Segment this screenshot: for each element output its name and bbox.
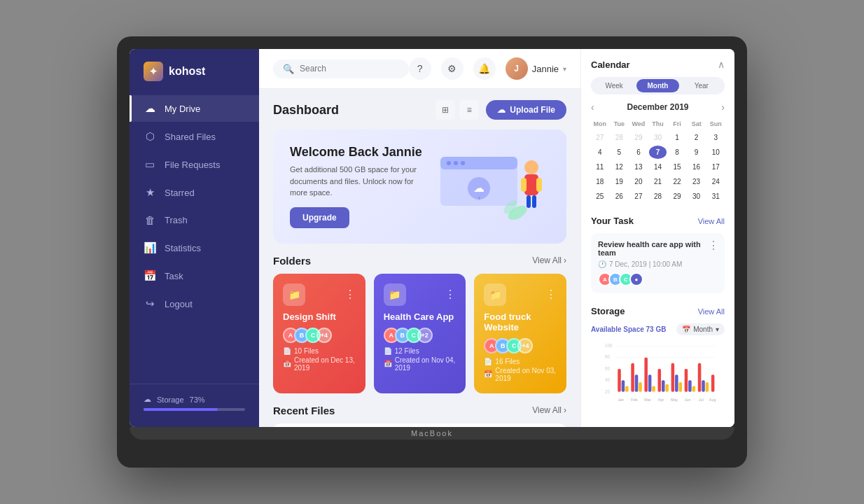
file-row-1[interactable]: PDF Design Thinking Process Only You Dec… (273, 424, 566, 428)
cal-day[interactable]: 8 (668, 146, 686, 159)
cal-day[interactable]: 3 (706, 131, 725, 144)
sidebar-item-label: Trash (165, 215, 188, 225)
cal-day[interactable]: 16 (688, 160, 706, 174)
cal-day[interactable]: 20 (629, 175, 648, 188)
task-menu-button[interactable]: ⋮ (708, 239, 719, 252)
cal-day[interactable]: 31 (706, 190, 725, 203)
svg-text:Jan: Jan (618, 398, 624, 402)
cal-day[interactable]: 27 (629, 190, 648, 203)
notifications-button[interactable]: 🔔 (473, 57, 496, 80)
cal-day[interactable]: 1 (668, 131, 686, 144)
cal-day[interactable]: 4 (591, 146, 609, 159)
search-box[interactable]: 🔍 (273, 59, 409, 78)
settings-button[interactable]: ⚙ (441, 57, 464, 80)
cal-day[interactable]: 18 (591, 175, 609, 188)
svg-text:Mar: Mar (644, 398, 651, 402)
cal-day[interactable]: 9 (688, 146, 706, 159)
cal-day[interactable]: 30 (688, 190, 706, 203)
sidebar-item-task[interactable]: 📅 Task (130, 262, 259, 289)
list-view-button[interactable]: ≡ (459, 100, 479, 120)
folder-card-health-care[interactable]: 📁 ⋮ Health Care App A B C +2 📄 12 Files (374, 274, 466, 393)
calendar-nav: ‹ December 2019 › (591, 102, 725, 113)
grid-view-button[interactable]: ⊞ (436, 100, 455, 120)
sidebar-item-my-drive[interactable]: ☁ My Drive (130, 95, 259, 122)
cal-day[interactable]: 29 (629, 131, 648, 144)
sidebar-item-statistics[interactable]: 📊 Statistics (130, 234, 259, 261)
storage-percent: 73% (190, 396, 205, 404)
cal-day[interactable]: 30 (649, 131, 667, 144)
cal-day[interactable]: 28 (649, 190, 667, 203)
cal-day[interactable]: 19 (611, 175, 629, 188)
folders-grid: 📁 ⋮ Design Shift A B C +4 📄 10 Files (273, 274, 566, 393)
cal-day[interactable]: 14 (649, 160, 667, 174)
star-icon: ★ (144, 186, 156, 199)
upload-file-button[interactable]: ☁ Upload File (486, 100, 566, 120)
folder-menu-button[interactable]: ⋮ (445, 288, 456, 301)
cal-day[interactable]: 29 (668, 190, 686, 203)
cal-day[interactable]: 25 (591, 190, 609, 203)
sidebar-item-shared-files[interactable]: ⬡ Shared Files (130, 123, 259, 150)
svg-rect-31 (639, 382, 642, 392)
folder-menu-button[interactable]: ⋮ (545, 288, 557, 301)
folder-card-food-truck[interactable]: 📁 ⋮ Food truck Website A B C +4 📄 16 Fil… (474, 274, 566, 393)
cal-day[interactable]: 13 (629, 160, 648, 174)
storage-view-all[interactable]: View All (698, 307, 725, 316)
folders-view-all[interactable]: View All › (532, 255, 566, 265)
folder-card-design-shift[interactable]: 📁 ⋮ Design Shift A B C +4 📄 10 Files (273, 274, 365, 393)
dashboard-title: Dashboard (273, 103, 339, 118)
cal-day[interactable]: 26 (611, 190, 629, 203)
cal-day[interactable]: 6 (629, 146, 648, 159)
folder-icon: 📁 (484, 284, 506, 306)
task-view-all[interactable]: View All (698, 217, 725, 225)
calendar-tab-month[interactable]: Month (636, 79, 678, 92)
calendar-month-year: December 2019 (627, 102, 688, 112)
cal-day-today[interactable]: 7 (649, 146, 667, 159)
svg-rect-11 (536, 178, 542, 192)
folder-created: 📅 Created on Dec 13, 2019 (283, 356, 356, 372)
dashboard-header: Dashboard ⊞ ≡ ☁ Upload File (273, 100, 566, 120)
calendar-prev-button[interactable]: ‹ (591, 102, 594, 113)
sidebar-item-starred[interactable]: ★ Starred (130, 179, 259, 206)
svg-rect-34 (652, 386, 655, 392)
cal-day[interactable]: 24 (706, 175, 725, 188)
chevron-down-icon: ▾ (716, 326, 719, 333)
svg-rect-35 (658, 369, 662, 392)
calendar-tab-year[interactable]: Year (681, 79, 723, 92)
sidebar-item-trash[interactable]: 🗑 Trash (130, 207, 259, 233)
upgrade-button[interactable]: Upgrade (290, 207, 349, 228)
help-button[interactable]: ? (409, 57, 431, 80)
svg-rect-1 (440, 157, 517, 169)
svg-rect-45 (702, 380, 705, 391)
cal-day[interactable]: 27 (591, 131, 609, 144)
cal-day[interactable]: 12 (611, 160, 629, 174)
cal-day[interactable]: 17 (706, 160, 725, 174)
cal-day[interactable]: 11 (591, 160, 609, 174)
calendar-small-icon: 📅 (682, 326, 690, 333)
calendar-next-button[interactable]: › (721, 102, 725, 113)
calendar-collapse-button[interactable]: ∧ (718, 59, 725, 70)
cal-day[interactable]: 23 (688, 175, 706, 188)
cal-day[interactable]: 5 (611, 146, 629, 159)
cal-day[interactable]: 21 (649, 175, 667, 188)
folder-menu-button[interactable]: ⋮ (344, 288, 356, 301)
svg-text:Apr: Apr (658, 398, 664, 402)
user-avatar-section[interactable]: J Jannie ▾ (506, 57, 566, 80)
cal-day[interactable]: 15 (668, 160, 686, 174)
svg-rect-30 (635, 374, 639, 392)
month-selector[interactable]: 📅 Month ▾ (676, 323, 725, 335)
welcome-heading: Welcome Back Jannie (290, 145, 430, 160)
recent-files-view-all[interactable]: View All › (532, 405, 566, 415)
sidebar-item-logout[interactable]: ↪ Logout (130, 290, 259, 317)
cal-day[interactable]: 28 (611, 131, 629, 144)
cal-day[interactable]: 2 (688, 131, 706, 144)
svg-rect-26 (618, 369, 621, 392)
svg-text:20: 20 (605, 389, 611, 394)
svg-rect-41 (685, 369, 688, 392)
cal-day[interactable]: 10 (706, 146, 725, 159)
cal-day[interactable]: 22 (668, 175, 686, 188)
svg-text:☁: ☁ (473, 182, 485, 194)
sidebar: ✦ kohost ☁ My Drive ⬡ Shared Files ▭ Fil… (130, 49, 259, 427)
search-input[interactable] (300, 64, 399, 74)
calendar-tab-week[interactable]: Week (593, 79, 635, 92)
sidebar-item-file-requests[interactable]: ▭ File Requests (130, 151, 259, 178)
